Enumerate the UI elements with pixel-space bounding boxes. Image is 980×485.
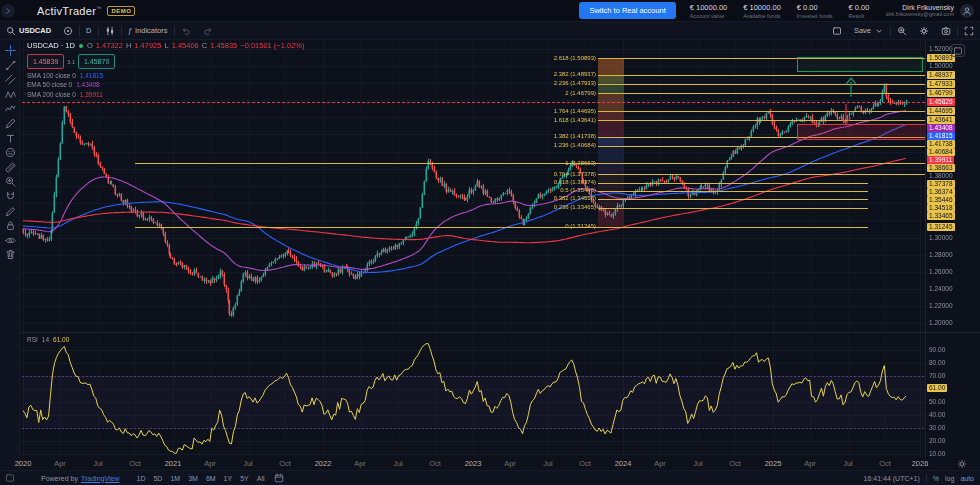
fib-level-label: 1.236 (1.40684)	[554, 142, 596, 148]
price-line-label: 1.43641	[927, 116, 955, 124]
range-button-6m[interactable]: 6M	[203, 474, 219, 483]
emoji-tool-icon[interactable]	[3, 146, 17, 159]
rsi-current-label: 61.00	[927, 384, 947, 392]
scale-mode-percent[interactable]: %	[933, 475, 939, 482]
ma-legend-row[interactable]: SMA 100 close 01.41815	[27, 72, 305, 79]
fib-level-label: 2.618 (1.50893)	[554, 55, 596, 61]
price-tick: 1.28000	[927, 251, 955, 259]
range-button-1m[interactable]: 1M	[167, 474, 183, 483]
brush-tool-icon[interactable]	[3, 117, 17, 130]
candle-style-button[interactable]	[99, 22, 121, 39]
symbol-search-button[interactable]: USDCAD	[0, 22, 57, 39]
switch-to-real-button[interactable]: Switch to Real account	[579, 2, 675, 19]
user-name: Dirk Frikuvensky	[885, 4, 954, 11]
time-axis-settings-icon[interactable]	[957, 459, 967, 469]
time-tick: Oct	[879, 459, 891, 468]
price-line-label: 1.41738	[927, 140, 955, 148]
time-tick: Oct	[129, 459, 141, 468]
time-tick: Jul	[693, 459, 703, 468]
legend-title[interactable]: USDCAD · 1D	[27, 41, 75, 50]
time-tick: 2026	[912, 459, 929, 468]
rsi-value: 61.00	[53, 336, 69, 343]
elliott-wave-tool-icon[interactable]	[3, 102, 17, 115]
chart-toolbar: USDCAD D ƒ Indicators Save	[0, 22, 980, 40]
price-tick: 1.50000	[927, 62, 955, 70]
indicators-button[interactable]: ƒ Indicators	[122, 22, 174, 39]
magnet-tool-icon[interactable]	[3, 190, 17, 203]
range-button-1d[interactable]: 1D	[134, 474, 149, 483]
user-info[interactable]: Dirk Frikuvensky dirk.frikuvensky@gmail.…	[885, 4, 954, 17]
account-stat: € 10000.00Account value	[690, 3, 728, 19]
zoom-search-icon[interactable]	[891, 26, 913, 36]
fib-level-label: 2 (1.46799)	[565, 90, 596, 96]
ma-legend-row[interactable]: SMA 200 close 01.39911	[27, 91, 305, 98]
hide-all-tool-icon[interactable]	[3, 234, 17, 247]
activtrader-app: ActivTrader™ DEMO Switch to Real account…	[0, 0, 980, 485]
text-tool-icon[interactable]	[3, 132, 17, 145]
scale-mode-auto[interactable]: auto	[960, 475, 974, 482]
fx-icon: ƒ	[128, 26, 132, 35]
time-tick: Jul	[93, 459, 103, 468]
powered-by-label: Powered by	[41, 475, 78, 482]
time-tick: Jul	[393, 459, 403, 468]
scale-mode-log[interactable]: log	[945, 475, 954, 482]
range-button-1y[interactable]: 1Y	[221, 474, 236, 483]
redo-icon[interactable]	[197, 22, 219, 39]
price-line-label: 1.43408	[927, 124, 955, 132]
fib-level-label: 0.382 (1.34518)	[554, 195, 596, 201]
range-button-all[interactable]: All	[254, 474, 268, 483]
price-axis[interactable]: 1.520001.508931.500001.489371.479331.467…	[926, 40, 980, 458]
undo-icon[interactable]	[175, 22, 197, 39]
calendar-icon[interactable]	[274, 473, 284, 483]
range-button-3m[interactable]: 3M	[185, 474, 201, 483]
account-stat: € 0.00Invested funds	[797, 3, 833, 19]
fib-level-label: 2.382 (1.48937)	[554, 71, 596, 77]
pane-separator[interactable]	[20, 332, 980, 333]
fib-level-label: 0 (1.31245)	[565, 223, 596, 229]
panel-toggle-icon[interactable]	[5, 473, 15, 483]
time-tick: 2025	[765, 459, 782, 468]
change-value: −0.01501 (−1.02%)	[240, 41, 304, 50]
remove-all-tool-icon[interactable]	[3, 248, 17, 261]
layout-icon[interactable]	[826, 26, 848, 36]
avatar[interactable]	[960, 4, 974, 18]
bottom-bar: Powered by TradingView 1D5D1M3M6M1Y5YAll…	[0, 470, 980, 485]
price-line-label: 1.34518	[927, 204, 955, 212]
data-window-button[interactable]	[951, 44, 965, 57]
price-tick: 1.24000	[927, 285, 955, 293]
xabcd-pattern-tool-icon[interactable]	[3, 88, 17, 101]
range-buttons: 1D5D1M3M6M1Y5YAll	[134, 474, 268, 483]
settings-gear-icon[interactable]	[913, 26, 935, 36]
time-tick: Apr	[804, 459, 816, 468]
price-chart-canvas[interactable]	[22, 40, 925, 457]
tradingview-link[interactable]: TradingView	[81, 475, 120, 482]
save-button[interactable]: Save	[848, 26, 890, 36]
price-tick: 1.22000	[927, 302, 955, 310]
chart-legend: USDCAD · 1D O1.47322 H1.47925 L1.45406 C…	[27, 41, 305, 98]
rsi-legend[interactable]: RSI14 61.00	[27, 336, 69, 343]
fib-level-label: 1.618 (1.43641)	[554, 117, 596, 123]
fullscreen-icon[interactable]	[958, 26, 980, 36]
fib-level-label: 0.618 (1.36374)	[554, 179, 596, 185]
sidebar-expand-icon[interactable]	[1, 4, 15, 18]
zoom-in-tool-icon[interactable]	[3, 175, 17, 188]
top-bar: ActivTrader™ DEMO Switch to Real account…	[0, 0, 980, 22]
drawing-pencil-tool-icon[interactable]	[3, 205, 17, 218]
lock-all-tool-icon[interactable]	[3, 219, 17, 232]
trend-line-tool-icon[interactable]	[3, 59, 17, 72]
measure-tool-icon[interactable]	[3, 161, 17, 174]
time-tick: Apr	[504, 459, 516, 468]
timeframe-button[interactable]: D	[80, 22, 97, 39]
crosshair-tool-icon[interactable]	[3, 44, 17, 57]
time-axis[interactable]: 2020AprJulOct2021AprJulOct2022AprJulOct2…	[20, 457, 925, 470]
price-line-label: 1.44695	[927, 107, 955, 115]
screenshot-icon[interactable]	[935, 26, 957, 36]
ma-legend-row[interactable]: EMA 50 close 01.43408	[27, 81, 305, 88]
app-logo: ActivTrader™	[37, 5, 101, 17]
range-button-5d[interactable]: 5D	[150, 474, 165, 483]
compare-button[interactable]	[57, 22, 79, 39]
parallel-channel-tool-icon[interactable]	[3, 73, 17, 86]
buy-button[interactable]: 1.45870	[78, 54, 115, 69]
sell-button[interactable]: 1.45839	[27, 54, 64, 69]
range-button-5y[interactable]: 5Y	[237, 474, 252, 483]
